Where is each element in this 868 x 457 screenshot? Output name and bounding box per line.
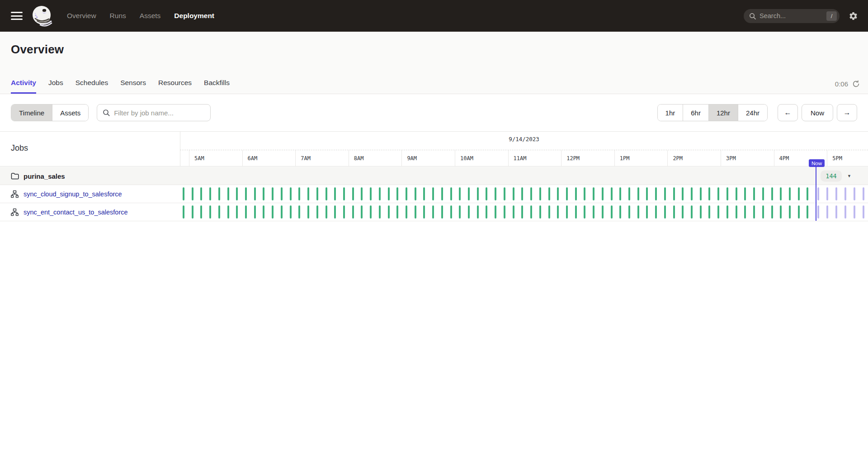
run-tick-scheduled[interactable] (835, 205, 837, 219)
run-tick-success[interactable] (290, 187, 292, 200)
run-tick-success[interactable] (423, 187, 425, 200)
run-tick-scheduled[interactable] (817, 187, 819, 200)
run-tick-success[interactable] (209, 187, 211, 200)
gear-icon[interactable] (849, 11, 858, 21)
run-tick-success[interactable] (468, 187, 470, 200)
run-tick-success[interactable] (450, 205, 452, 219)
timeline-next-button[interactable]: → (837, 104, 857, 121)
timeline-prev-button[interactable]: ← (778, 104, 798, 121)
run-tick-success[interactable] (209, 205, 211, 219)
run-tick-success[interactable] (575, 187, 577, 200)
run-tick-success[interactable] (655, 187, 657, 200)
run-tick-success[interactable] (807, 205, 808, 219)
run-tick-success[interactable] (566, 187, 568, 200)
run-tick-success[interactable] (530, 205, 532, 219)
run-tick-success[interactable] (415, 187, 416, 200)
run-tick-success[interactable] (691, 205, 693, 219)
run-tick-success[interactable] (593, 187, 594, 200)
range-6hr-button[interactable]: 6hr (683, 105, 709, 121)
run-tick-success[interactable] (789, 205, 791, 219)
run-tick-success[interactable] (254, 205, 256, 219)
run-tick-success[interactable] (753, 205, 755, 219)
run-tick-success[interactable] (406, 205, 407, 219)
run-tick-success[interactable] (192, 187, 193, 200)
run-tick-success[interactable] (646, 205, 648, 219)
tab-activity[interactable]: Activity (11, 79, 36, 94)
run-tick-success[interactable] (343, 187, 345, 200)
run-tick-success[interactable] (762, 187, 764, 200)
run-tick-success[interactable] (477, 205, 479, 219)
run-tick-success[interactable] (200, 205, 202, 219)
run-tick-success[interactable] (504, 205, 505, 219)
run-tick-success[interactable] (708, 187, 710, 200)
run-tick-success[interactable] (789, 187, 791, 200)
run-tick-success[interactable] (691, 187, 693, 200)
run-tick-success[interactable] (744, 205, 746, 219)
run-tick-success[interactable] (495, 187, 496, 200)
run-tick-scheduled[interactable] (863, 187, 864, 200)
run-tick-success[interactable] (611, 205, 613, 219)
tab-schedules[interactable]: Schedules (75, 79, 108, 94)
run-tick-scheduled[interactable] (817, 205, 819, 219)
run-tick-success[interactable] (361, 205, 363, 219)
nav-item-runs[interactable]: Runs (110, 12, 126, 20)
run-tick-success[interactable] (557, 205, 559, 219)
run-tick-scheduled[interactable] (844, 205, 846, 219)
run-tick-success[interactable] (183, 187, 184, 200)
run-tick-success[interactable] (307, 205, 309, 219)
run-tick-success[interactable] (521, 187, 523, 200)
run-tick-success[interactable] (459, 187, 461, 200)
run-tick-success[interactable] (370, 205, 372, 219)
run-tick-success[interactable] (459, 205, 461, 219)
refresh-icon[interactable] (852, 80, 860, 88)
run-tick-success[interactable] (326, 205, 327, 219)
run-tick-success[interactable] (602, 187, 604, 200)
run-tick-success[interactable] (316, 205, 318, 219)
run-tick-success[interactable] (263, 205, 264, 219)
run-tick-success[interactable] (798, 187, 800, 200)
run-tick-success[interactable] (717, 205, 719, 219)
run-tick-success[interactable] (396, 187, 398, 200)
run-tick-success[interactable] (744, 187, 746, 200)
run-tick-success[interactable] (548, 187, 550, 200)
run-tick-success[interactable] (513, 205, 514, 219)
tab-backfills[interactable]: Backfills (204, 79, 230, 94)
run-tick-success[interactable] (183, 205, 184, 219)
run-tick-success[interactable] (771, 187, 773, 200)
run-tick-success[interactable] (798, 205, 800, 219)
run-tick-success[interactable] (539, 205, 541, 219)
run-tick-success[interactable] (245, 187, 247, 200)
run-tick-success[interactable] (736, 187, 737, 200)
run-tick-success[interactable] (343, 205, 345, 219)
run-tick-success[interactable] (602, 205, 604, 219)
run-tick-success[interactable] (628, 205, 630, 219)
range-12hr-button[interactable]: 12hr (709, 105, 738, 121)
run-tick-success[interactable] (388, 187, 390, 200)
run-tick-success[interactable] (619, 187, 621, 200)
run-tick-success[interactable] (584, 205, 585, 219)
global-search[interactable]: / (744, 9, 840, 23)
run-tick-success[interactable] (441, 205, 443, 219)
run-tick-success[interactable] (432, 205, 434, 219)
run-tick-success[interactable] (236, 205, 238, 219)
job-filter[interactable] (97, 104, 211, 121)
run-tick-success[interactable] (637, 187, 639, 200)
run-tick-success[interactable] (530, 187, 532, 200)
run-tick-scheduled[interactable] (835, 187, 837, 200)
run-tick-success[interactable] (272, 187, 274, 200)
run-tick-success[interactable] (637, 205, 639, 219)
run-tick-success[interactable] (495, 205, 496, 219)
run-tick-success[interactable] (807, 187, 808, 200)
run-tick-success[interactable] (575, 205, 577, 219)
nav-item-assets[interactable]: Assets (140, 12, 161, 20)
run-tick-success[interactable] (611, 187, 613, 200)
nav-item-overview[interactable]: Overview (67, 12, 96, 20)
run-tick-success[interactable] (664, 187, 666, 200)
tab-sensors[interactable]: Sensors (120, 79, 146, 94)
run-tick-success[interactable] (200, 187, 202, 200)
run-tick-success[interactable] (655, 205, 657, 219)
run-tick-success[interactable] (646, 187, 648, 200)
run-tick-success[interactable] (192, 205, 193, 219)
run-tick-success[interactable] (771, 205, 773, 219)
run-tick-success[interactable] (584, 187, 585, 200)
